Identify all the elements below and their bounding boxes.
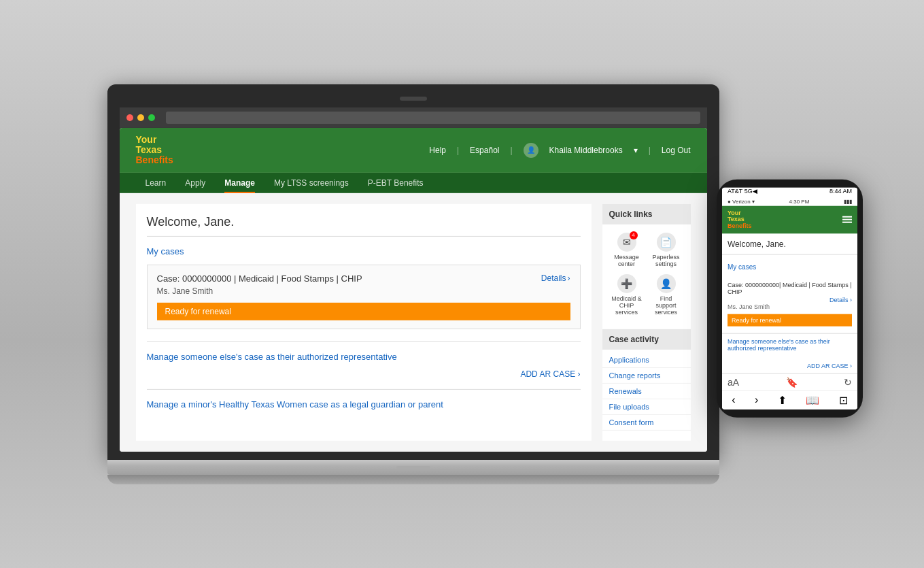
phone-refresh-icon[interactable]: ↻ [844, 377, 852, 388]
phone-share-icon[interactable]: ⬆ [778, 394, 787, 407]
logout-link[interactable]: Log Out [662, 145, 691, 154]
phone-bookmarks-icon[interactable]: 📖 [806, 394, 819, 407]
help-link[interactable]: Help [429, 145, 446, 154]
find-support-icon: 👤 [657, 274, 676, 293]
ql-paperless-label: Paperless settings [650, 254, 683, 267]
add-ar-row: ADD AR CASE › [147, 367, 581, 380]
phone-screen: AT&T 5G◀ 8:44 AM ● Verizon ▾ 4:30 PM ▮▮▮… [722, 187, 857, 410]
divider1: | [457, 145, 459, 154]
phone-outer: AT&T 5G◀ 8:44 AM ● Verizon ▾ 4:30 PM ▮▮▮… [717, 179, 863, 418]
ca-consent-form[interactable]: Consent form [602, 415, 691, 431]
laptop: Your Texas Benefits Help | Español | 👤 K… [107, 84, 719, 484]
phone-font-size-icon[interactable]: aA [728, 377, 739, 388]
laptop-screen: Your Texas Benefits Help | Español | 👤 K… [120, 127, 707, 451]
ql-find-support[interactable]: 👤 Find support services [647, 271, 685, 318]
logo-texas: Texas [136, 145, 173, 155]
quick-links-header: Quick links [602, 204, 691, 224]
phone-add-ar: ADD AR CASE › [722, 356, 857, 373]
browser-dot-close[interactable] [126, 114, 133, 120]
user-dropdown-icon[interactable]: ▾ [634, 145, 638, 154]
phone-my-cases-link[interactable]: My cases [722, 261, 857, 273]
user-avatar: 👤 [524, 142, 538, 157]
medicaid-chip-icon: ➕ [617, 274, 636, 293]
phone-time: 8:44 AM [829, 187, 852, 194]
phone-case-card: Case: 0000000000| Medicaid | Food Stamps… [722, 278, 857, 331]
phone-logo: Your Texas Benefits [728, 210, 752, 230]
phone-forward-icon[interactable]: › [755, 394, 758, 407]
browser-dot-minimize[interactable] [137, 114, 144, 120]
case-details-link[interactable]: Details › [541, 273, 570, 283]
phone-content: Welcome, Jane. My cases Case: 0000000000… [722, 234, 857, 410]
phone-carrier: AT&T 5G◀ [728, 187, 757, 194]
phone-details-link[interactable]: Details › [728, 297, 852, 303]
ql-paperless[interactable]: 📄 Paperless settings [647, 230, 685, 270]
add-ar-link[interactable]: ADD AR CASE › [520, 369, 580, 379]
divider3: | [649, 145, 651, 154]
phone-add-ar-link[interactable]: ADD AR CASE › [807, 363, 852, 369]
guardian-link[interactable]: Manage a minor's Healthy Texas Women cas… [147, 389, 581, 410]
ql-support-label: Find support services [650, 295, 683, 316]
phone-ytb-header: Your Texas Benefits [722, 205, 857, 234]
nav-pebt[interactable]: P-EBT Benefits [358, 173, 433, 193]
phone-case-owner: Ms. Jane Smith [728, 303, 852, 310]
ql-medicaid-chip[interactable]: ➕ Medicaid & CHIP services [608, 271, 646, 318]
paperless-icon: 📄 [657, 233, 676, 252]
ql-message-label: Message center [611, 254, 643, 267]
ca-file-uploads[interactable]: File uploads [602, 399, 691, 415]
laptop-hinge [107, 475, 719, 484]
phone-case-title-row: Case: 0000000000| Medicaid | Food Stamps… [728, 282, 852, 297]
laptop-screen-outer: Your Texas Benefits Help | Español | 👤 K… [107, 84, 719, 459]
phone-toolbar: aA 🔖 ↻ [722, 373, 857, 390]
divider2: | [510, 145, 512, 154]
phone-logo-benefits: Benefits [728, 223, 752, 230]
phone-ar-link[interactable]: Manage someone else's case as their auth… [722, 333, 857, 356]
case-title-row: Case: 0000000000 | Medicaid | Food Stamp… [157, 273, 570, 284]
logo-benefits: Benefits [136, 155, 173, 165]
message-badge: 4 [630, 231, 638, 239]
ca-change-reports[interactable]: Change reports [602, 368, 691, 384]
ar-link[interactable]: Manage someone else's case as their auth… [147, 341, 581, 362]
ytb-logo: Your Texas Benefits [136, 134, 173, 165]
ca-renewals[interactable]: Renewals [602, 384, 691, 399]
scene: Your Texas Benefits Help | Español | 👤 K… [0, 0, 924, 568]
ytb-content: Welcome, Jane. My cases Case: 0000000000… [120, 193, 707, 452]
phone-status-bar: AT&T 5G◀ 8:44 AM [722, 187, 857, 197]
browser-dot-maximize[interactable] [148, 114, 155, 120]
browser-address-bar[interactable] [166, 111, 700, 123]
ytb-sidebar: Quick links ✉ 4 Message center 📄 [602, 204, 691, 441]
ca-applications[interactable]: Applications [602, 352, 691, 368]
ql-message-center[interactable]: ✉ 4 Message center [608, 230, 646, 270]
ql-medicaid-label: Medicaid & CHIP services [611, 295, 643, 316]
phone: AT&T 5G◀ 8:44 AM ● Verizon ▾ 4:30 PM ▮▮▮… [717, 179, 863, 418]
my-cases-link[interactable]: My cases [147, 246, 581, 256]
nav-apply[interactable]: Apply [175, 173, 215, 193]
welcome-title: Welcome, Jane. [147, 215, 581, 237]
case-title: Case: 0000000000 | Medicaid | Food Stamp… [157, 273, 362, 284]
nav-learn[interactable]: Learn [136, 173, 176, 193]
espanol-link[interactable]: Español [470, 145, 499, 154]
phone-carrier2: ● Verizon ▾ [728, 198, 755, 204]
ytb-header: Your Texas Benefits Help | Español | 👤 K… [120, 127, 707, 172]
phone-renewal-badge: Ready for renewal [728, 314, 852, 327]
renewal-badge: Ready for renewal [157, 303, 570, 320]
case-activity-header: Case activity [602, 329, 691, 350]
laptop-trackpad [396, 466, 430, 469]
nav-ltss[interactable]: My LTSS screenings [264, 173, 358, 193]
phone-tabs-icon[interactable]: ⊡ [839, 394, 848, 407]
phone-bottom-bar: ‹ › ⬆ 📖 ⊡ [722, 390, 857, 410]
phone-back-icon[interactable]: ‹ [732, 394, 735, 407]
case-owner: Ms. Jane Smith [157, 286, 570, 296]
phone-hamburger-icon[interactable] [842, 216, 852, 223]
header-actions: Help | Español | 👤 Khaila Middlebrooks ▾… [429, 142, 690, 157]
phone-signal: ▮▮▮ [844, 198, 852, 204]
chevron-right-icon: › [578, 369, 581, 379]
browser-chrome [120, 107, 707, 127]
phone-bookmark-icon: 🔖 [786, 377, 798, 388]
laptop-notch [400, 96, 427, 100]
nav-manage[interactable]: Manage [215, 173, 264, 193]
phone-carrier-bar: ● Verizon ▾ 4:30 PM ▮▮▮ [722, 197, 857, 205]
case-card: Case: 0000000000 | Medicaid | Food Stamp… [147, 265, 581, 329]
user-name[interactable]: Khaila Middlebrooks [549, 145, 623, 154]
main-content: Welcome, Jane. My cases Case: 0000000000… [136, 204, 592, 441]
phone-time2: 4:30 PM [789, 198, 810, 204]
